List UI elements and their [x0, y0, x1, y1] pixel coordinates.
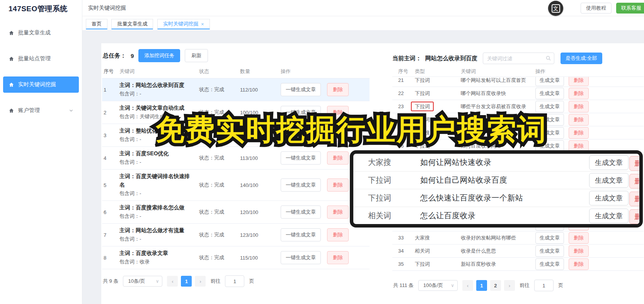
task-row[interactable]: 7 主词：网站怎么做才有流量 包含词：- 状态：完成 123/100 一键生成文…	[102, 224, 370, 246]
task-row[interactable]: 8 主词：百度收录文章 包含词：收录 状态：完成 115/100 一键生成文章 …	[102, 246, 370, 269]
task-index: 6	[102, 209, 119, 215]
generate-articles-button[interactable]: 一键生成文章	[281, 251, 321, 264]
delete-button[interactable]: 删除	[569, 114, 589, 126]
task-row[interactable]: 3 主词：整站优化 包含词：- 状态：完成 一键生成文章 删除	[102, 124, 370, 147]
delete-button[interactable]: 删除	[629, 192, 643, 206]
delete-button[interactable]: 删除	[629, 174, 643, 189]
tab-batch-article[interactable]: 批量文章生成	[111, 19, 153, 29]
tasks-page-size-select[interactable]: 10条/页 ∨	[123, 276, 162, 287]
generate-article-button[interactable]: 生成文章	[589, 191, 629, 205]
generate-article-button[interactable]: 生成文章	[535, 245, 564, 257]
goto-page-input[interactable]	[534, 280, 554, 291]
text-watermark-float-icon[interactable]: 文	[548, 1, 563, 16]
delete-button[interactable]: 删除	[327, 178, 349, 192]
generate-article-button[interactable]: 生成文章	[535, 232, 564, 244]
col-ops: 操作	[281, 68, 370, 75]
keywords-page-size-select[interactable]: 100条/页 ∨	[418, 280, 458, 291]
task-main-word: 主词：网站怎么收录到百度	[119, 81, 193, 89]
generate-articles-button[interactable]: 一键生成文章	[281, 228, 321, 241]
delete-button[interactable]: 删除	[569, 245, 589, 257]
generate-articles-button[interactable]: 一键生成文章	[281, 178, 321, 192]
delete-button[interactable]: 删除	[629, 156, 643, 171]
sidebar-item-realtime-keyword[interactable]: 实时关键词挖掘	[3, 76, 79, 93]
next-page-button[interactable]: ›	[195, 276, 206, 287]
delete-button[interactable]: 删除	[569, 88, 589, 99]
page-number-button[interactable]: 1	[476, 280, 487, 291]
keyword-row: 25 大家搜 生成文章 删除	[392, 126, 644, 139]
delete-button[interactable]: 删除	[327, 151, 349, 165]
delete-button[interactable]: 删除	[569, 232, 589, 244]
delete-button[interactable]: 删除	[569, 258, 589, 270]
generate-article-button[interactable]: 生成文章	[535, 101, 564, 112]
delete-button[interactable]: 删除	[569, 101, 589, 112]
add-task-button[interactable]: 添加挖词任务	[138, 49, 180, 62]
delete-button[interactable]: 删除	[327, 106, 349, 119]
tab-realtime-keyword[interactable]: 实时关键词挖掘 ×	[157, 19, 210, 29]
delete-button[interactable]: 删除	[569, 127, 589, 139]
keyword-row: 33 大家搜 收录好的发帖网站有哪些 生成文章 删除	[392, 231, 644, 245]
task-status: 状态：完成	[199, 132, 240, 139]
task-row[interactable]: 2 主词：关键词文章自动生成 包含词：关键词生成 状态：完成 100/100 一…	[102, 101, 370, 124]
generate-articles-button[interactable]: 一键生成文章	[281, 205, 321, 219]
task-row[interactable]: 5 主词：百度关键词排名快速排名 包含词：- 状态：完成 140/100 一键生…	[102, 170, 370, 201]
generate-article-button[interactable]: 生成文章	[535, 140, 564, 152]
sidebar-item-batch-site[interactable]: 批量站点管理	[3, 51, 79, 67]
task-row[interactable]: 6 主词：百度搜索排名怎么做 包含词：- 状态：完成 120/100 一键生成文…	[102, 201, 370, 224]
prev-page-button[interactable]: ‹	[167, 276, 178, 287]
tab-home[interactable]: 首页	[86, 19, 107, 29]
generate-all-button[interactable]: 是否生成:全部	[561, 53, 602, 64]
keyword-actions: 生成文章 删除	[535, 101, 644, 112]
page-number-button[interactable]: 1	[181, 276, 192, 287]
goto-page-input[interactable]	[225, 275, 244, 287]
page-number-button[interactable]: 2	[490, 280, 501, 291]
delete-button[interactable]: 删除	[327, 251, 349, 264]
generate-article-button[interactable]: 生成文章	[589, 209, 629, 223]
page-unit-label: 页	[249, 278, 254, 285]
generate-article-button[interactable]: 生成文章	[535, 77, 564, 86]
refresh-button[interactable]: 刷新	[185, 49, 208, 62]
sidebar-item-batch-article[interactable]: 批量文章生成	[3, 25, 79, 41]
close-icon[interactable]: ×	[201, 22, 204, 27]
sidebar-item-account[interactable]: 账户管理	[3, 102, 79, 119]
total-tasks-label: 总任务：	[103, 52, 126, 59]
delete-button[interactable]: 删除	[327, 129, 349, 142]
keyword-type: 下拉词	[415, 90, 461, 97]
generate-articles-button[interactable]: 一键生成文章	[281, 151, 321, 165]
generate-articles-button[interactable]: 一键生成文章	[281, 83, 321, 96]
delete-button[interactable]: 删除	[327, 83, 349, 96]
screen: 147SEO管理系统 批量文章生成 批量站点管理 实时关键词挖掘 账户管理 实时…	[0, 0, 644, 304]
delete-button[interactable]: 删除	[569, 140, 589, 152]
delete-button[interactable]: 删除	[629, 209, 643, 224]
generate-article-button[interactable]: 生成文章	[535, 114, 564, 126]
tasks-pagination: 共 9 条 10条/页 ∨ ‹ 1 › 前往 页	[102, 275, 370, 287]
task-status: 状态：完成	[199, 109, 240, 116]
task-row[interactable]: 4 主词：百度SEO优化 包含词：- 状态：完成 113/100 一键生成文章 …	[102, 147, 370, 170]
tutorial-button[interactable]: 使用教程	[581, 3, 612, 14]
keyword-type: 大家搜	[415, 129, 461, 136]
task-main-word: 主词：整站优化	[119, 126, 193, 135]
col-type: 类型	[415, 68, 461, 75]
next-page-button[interactable]: ›	[504, 280, 515, 291]
generate-articles-button[interactable]: 一键生成文章	[281, 129, 321, 142]
prev-page-button[interactable]: ‹	[462, 280, 473, 291]
delete-button[interactable]: 删除	[327, 228, 349, 241]
keyword-row: 22 下拉词 哪个网站百度收录快 生成文章 删除	[392, 87, 644, 100]
generate-article-button[interactable]: 生成文章	[535, 258, 564, 270]
generate-article-button[interactable]: 生成文章	[535, 127, 564, 139]
contact-button[interactable]: 联系客服	[616, 3, 644, 14]
generate-article-button[interactable]: 生成文章	[589, 173, 629, 188]
keyword-actions: 生成文章 删除	[535, 77, 644, 86]
app-title: 147SEO管理系统	[9, 4, 68, 14]
keyword-index: 26	[398, 143, 415, 149]
generate-article-button[interactable]: 生成文章	[589, 155, 629, 170]
task-row[interactable]: 1 主词：网站怎么收录到百度 包含词：- 状态：完成 112/100 一键生成文…	[102, 78, 370, 101]
chevron-down-icon: ∨	[156, 279, 159, 284]
keyword-filter-input[interactable]	[483, 53, 554, 64]
generate-article-button[interactable]: 生成文章	[535, 88, 564, 99]
main-card: 总任务： 9 添加挖词任务 刷新 序号 关键词 状态 数量 操作 1 主词：网站…	[101, 43, 644, 304]
delete-button[interactable]: 删除	[569, 77, 589, 86]
delete-button[interactable]: 删除	[327, 205, 349, 219]
task-status: 状态：完成	[199, 86, 240, 93]
keyword-text: 如何让网站快速收录	[420, 157, 589, 168]
generate-articles-button[interactable]: 一键生成文章	[281, 106, 321, 119]
